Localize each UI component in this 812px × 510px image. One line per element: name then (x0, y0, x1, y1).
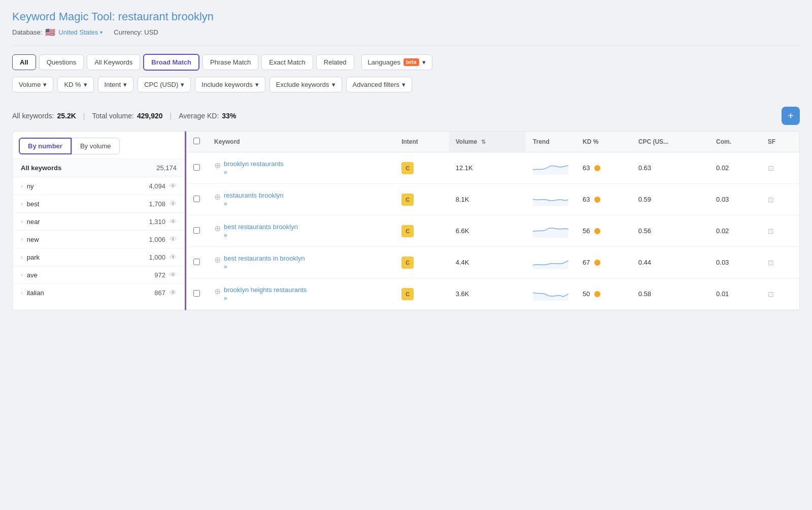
filter-advanced[interactable]: Advanced filters ▾ (346, 77, 413, 92)
database-dropdown[interactable]: United States ▾ (58, 28, 103, 36)
by-volume-button[interactable]: By volume (72, 138, 120, 154)
sf-icon[interactable]: ⊡ (768, 290, 774, 298)
intent-cell: C (394, 152, 449, 184)
keyword-arrows[interactable]: » (224, 169, 284, 176)
sidebar-item-name: ave (27, 271, 38, 279)
add-button[interactable]: + (782, 107, 800, 125)
trend-sparkline (533, 222, 568, 238)
keyword-link[interactable]: ⊕ brooklyn restaurants » (214, 160, 387, 176)
add-keyword-icon[interactable]: ⊕ (214, 286, 221, 296)
select-all-checkbox[interactable] (186, 132, 207, 152)
sf-cell[interactable]: ⊡ (761, 278, 799, 310)
keyword-arrows[interactable]: » (224, 295, 307, 302)
tab-all[interactable]: All (12, 54, 36, 70)
eye-icon[interactable]: 👁 (170, 200, 177, 208)
expand-icon: › (21, 272, 23, 278)
eye-icon[interactable]: 👁 (170, 271, 177, 279)
keyword-link[interactable]: ⊕ restaurants brooklyn » (214, 192, 387, 207)
row-checkbox[interactable] (193, 290, 200, 297)
filter-volume[interactable]: Volume ▾ (12, 77, 53, 92)
kd-value: 67 (583, 259, 590, 266)
intent-badge: C (401, 257, 414, 269)
cpc-cell: 0.63 (631, 152, 709, 184)
keyword-link[interactable]: ⊕ best restaurants brooklyn » (214, 223, 387, 239)
sf-icon[interactable]: ⊡ (768, 164, 774, 172)
list-item[interactable]: › ny 4,094 👁 (13, 177, 185, 195)
row-checkbox[interactable] (193, 227, 200, 234)
intent-cell: C (394, 184, 449, 215)
tab-phrase-match[interactable]: Phrase Match (202, 54, 258, 70)
add-keyword-icon[interactable]: ⊕ (214, 255, 221, 265)
kd-cell: 63 (576, 184, 631, 215)
row-checkbox-cell[interactable] (186, 247, 207, 278)
tab-broad-match[interactable]: Broad Match (143, 54, 199, 71)
avg-kd-value: 33% (222, 112, 236, 120)
eye-icon[interactable]: 👁 (170, 217, 177, 226)
kd-dot (594, 197, 600, 203)
keyword-cell: ⊕ restaurants brooklyn » (207, 184, 394, 215)
add-keyword-icon[interactable]: ⊕ (214, 224, 221, 233)
row-checkbox-cell[interactable] (186, 152, 207, 184)
select-all-input[interactable] (193, 138, 200, 144)
sf-icon[interactable]: ⊡ (768, 227, 774, 235)
list-item[interactable]: › new 1,006 👁 (13, 230, 185, 248)
eye-icon[interactable]: 👁 (170, 235, 177, 243)
keyword-text-block: restaurants brooklyn » (224, 192, 284, 207)
sf-cell[interactable]: ⊡ (761, 215, 799, 247)
volume-cell: 4.4K (449, 247, 526, 278)
col-volume[interactable]: Volume ⇅ (449, 132, 526, 152)
keyword-link[interactable]: ⊕ best restaurants in brooklyn » (214, 254, 387, 270)
tab-related[interactable]: Related (316, 54, 354, 70)
main-content: By number By volume All keywords 25,174 … (12, 131, 800, 310)
intent-badge: C (401, 225, 414, 237)
sf-cell[interactable]: ⊡ (761, 152, 799, 184)
stats-separator: | (83, 112, 85, 120)
sf-cell[interactable]: ⊡ (761, 247, 799, 278)
filter-exclude-keywords[interactable]: Exclude keywords ▾ (269, 77, 342, 92)
avg-kd-label: Average KD: (179, 112, 219, 120)
expand-icon: › (21, 183, 23, 189)
list-item[interactable]: › park 1,000 👁 (13, 248, 185, 266)
list-item[interactable]: › italian 867 👁 (13, 283, 185, 301)
keyword-link[interactable]: ⊕ brooklyn heights restaurants » (214, 286, 387, 302)
sidebar-item-right: 1,006 👁 (149, 235, 177, 243)
keyword-arrows[interactable]: » (224, 263, 305, 270)
row-checkbox-cell[interactable] (186, 278, 207, 310)
list-item[interactable]: › near 1,310 👁 (13, 212, 185, 230)
keyword-text-block: best restaurants brooklyn » (224, 223, 298, 239)
filter-include-keywords[interactable]: Include keywords ▾ (195, 77, 265, 92)
sf-cell[interactable]: ⊡ (761, 184, 799, 215)
kd-cell: 63 (576, 152, 631, 184)
filters-row: Volume ▾ KD % ▾ Intent ▾ CPC (USD) ▾ Inc… (12, 77, 800, 92)
row-checkbox[interactable] (193, 196, 200, 202)
add-keyword-icon[interactable]: ⊕ (214, 192, 221, 202)
kd-dot (594, 228, 600, 234)
sf-icon[interactable]: ⊡ (768, 259, 774, 267)
row-checkbox[interactable] (193, 164, 200, 171)
add-keyword-icon[interactable]: ⊕ (214, 161, 221, 170)
by-number-button[interactable]: By number (19, 138, 72, 154)
keyword-cell: ⊕ best restaurants brooklyn » (207, 215, 394, 247)
list-item[interactable]: › ave 972 👁 (13, 266, 185, 283)
filter-cpc[interactable]: CPC (USD) ▾ (138, 77, 191, 92)
keyword-arrows[interactable]: » (224, 232, 298, 239)
tab-all-keywords[interactable]: All Keywords (87, 54, 140, 70)
filter-kd[interactable]: KD % ▾ (57, 77, 93, 92)
filter-intent[interactable]: Intent ▾ (98, 77, 134, 92)
intent-cell: C (394, 215, 449, 247)
list-item[interactable]: › best 1,708 👁 (13, 195, 185, 212)
keyword-cell: ⊕ best restaurants in brooklyn » (207, 247, 394, 278)
tab-questions[interactable]: Questions (39, 54, 84, 70)
eye-icon[interactable]: 👁 (170, 253, 177, 261)
table-container: Keyword Intent Volume ⇅ Trend KD % CPC (… (186, 132, 799, 310)
eye-icon[interactable]: 👁 (170, 289, 177, 297)
row-checkbox[interactable] (193, 259, 200, 265)
keyword-arrows[interactable]: » (224, 200, 284, 207)
sidebar-item-right: 972 👁 (154, 271, 177, 279)
tab-exact-match[interactable]: Exact Match (261, 54, 313, 70)
languages-dropdown[interactable]: Languages beta ▾ (361, 54, 432, 70)
eye-icon[interactable]: 👁 (170, 182, 177, 190)
row-checkbox-cell[interactable] (186, 184, 207, 215)
sf-icon[interactable]: ⊡ (768, 196, 774, 204)
row-checkbox-cell[interactable] (186, 215, 207, 247)
